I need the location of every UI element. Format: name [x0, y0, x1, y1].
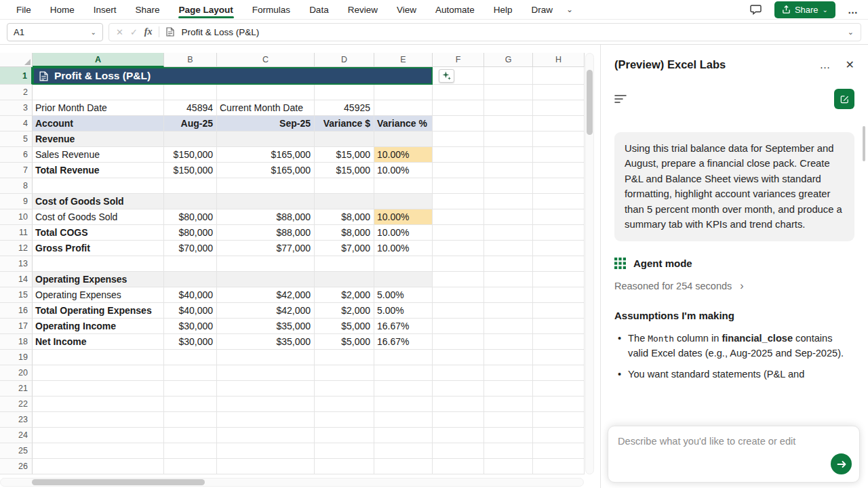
column-header-C[interactable]: C — [217, 53, 315, 67]
cell-G18[interactable] — [484, 334, 533, 350]
cell-E11[interactable]: 10.00% — [374, 225, 433, 241]
row-header-23[interactable]: 23 — [0, 412, 33, 428]
send-button[interactable] — [831, 453, 852, 474]
panel-scrollbar-thumb[interactable] — [863, 126, 865, 161]
cell-D21[interactable] — [315, 381, 374, 396]
menu-tab-formulas[interactable]: Formulas — [243, 0, 300, 19]
cell-E8[interactable] — [374, 178, 433, 194]
cell-H9[interactable] — [533, 194, 585, 209]
column-header-F[interactable]: F — [433, 53, 484, 67]
cell-A17[interactable]: Operating Income — [33, 319, 164, 334]
cell-A7[interactable]: Total Revenue — [33, 163, 164, 178]
cell-C17[interactable]: $35,000 — [217, 319, 315, 334]
cell-E17[interactable]: 16.67% — [374, 319, 433, 334]
cell-G26[interactable] — [484, 459, 533, 474]
cell-E24[interactable] — [374, 428, 433, 443]
ai-suggestion-button[interactable] — [439, 69, 454, 83]
cell-B17[interactable]: $30,000 — [164, 319, 217, 334]
insert-function-icon[interactable]: fx — [144, 26, 153, 37]
cell-A15[interactable]: Operating Expenses — [33, 287, 164, 303]
cell-A12[interactable]: Gross Profit — [33, 241, 164, 256]
menu-tab-automate[interactable]: Automate — [426, 0, 484, 19]
row-header-21[interactable]: 21 — [0, 381, 33, 396]
cell-E14[interactable] — [374, 272, 433, 287]
cell-C19[interactable] — [217, 350, 315, 365]
cell-A23[interactable] — [33, 412, 164, 428]
cell-E26[interactable] — [374, 459, 433, 474]
formula-content[interactable]: Profit & Loss (P&L) — [181, 27, 259, 37]
chat-input-box[interactable] — [608, 426, 860, 483]
cell-F21[interactable] — [433, 381, 484, 396]
cell-E2[interactable] — [374, 85, 433, 100]
cell-C13[interactable] — [217, 256, 315, 272]
cell-E3[interactable] — [374, 100, 433, 116]
cell-D25[interactable] — [315, 443, 374, 459]
cell-G10[interactable] — [484, 209, 533, 225]
cell-H14[interactable] — [533, 272, 585, 287]
row-header-14[interactable]: 14 — [0, 272, 33, 287]
cell-B13[interactable] — [164, 256, 217, 272]
cell-B26[interactable] — [164, 459, 217, 474]
cell-A16[interactable]: Total Operating Expenses — [33, 303, 164, 319]
cell-A5[interactable]: Revenue — [33, 131, 164, 147]
name-box[interactable]: A1 ⌄ — [7, 23, 103, 41]
cell-F7[interactable] — [433, 163, 484, 178]
cell-E22[interactable] — [374, 396, 433, 412]
cell-F22[interactable] — [433, 396, 484, 412]
cell-G25[interactable] — [484, 443, 533, 459]
column-header-H[interactable]: H — [533, 53, 585, 67]
cell-A11[interactable]: Total COGS — [33, 225, 164, 241]
cell-D23[interactable] — [315, 412, 374, 428]
menu-tab-home[interactable]: Home — [41, 0, 84, 19]
cell-G13[interactable] — [484, 256, 533, 272]
cell-G3[interactable] — [484, 100, 533, 116]
cell-F25[interactable] — [433, 443, 484, 459]
cell-D3[interactable]: 45925 — [315, 100, 374, 116]
cell-H19[interactable] — [533, 350, 585, 365]
cell-D18[interactable]: $5,000 — [315, 334, 374, 350]
cell-E20[interactable] — [374, 365, 433, 381]
cell-D7[interactable]: $15,000 — [315, 163, 374, 178]
cell-F19[interactable] — [433, 350, 484, 365]
cell-C21[interactable] — [217, 381, 315, 396]
row-header-12[interactable]: 12 — [0, 241, 33, 256]
cell-F5[interactable] — [433, 131, 484, 147]
chevron-down-icon[interactable]: ⌄ — [91, 28, 96, 36]
cell-H18[interactable] — [533, 334, 585, 350]
row-header-4[interactable]: 4 — [0, 116, 33, 131]
cell-D19[interactable] — [315, 350, 374, 365]
cell-H21[interactable] — [533, 381, 585, 396]
column-header-E[interactable]: E — [374, 53, 433, 67]
row-header-16[interactable]: 16 — [0, 303, 33, 319]
cell-C9[interactable] — [217, 194, 315, 209]
cell-B23[interactable] — [164, 412, 217, 428]
cell-G12[interactable] — [484, 241, 533, 256]
cell-C18[interactable]: $35,000 — [217, 334, 315, 350]
cell-H6[interactable] — [533, 147, 585, 163]
cell-B21[interactable] — [164, 381, 217, 396]
row-header-8[interactable]: 8 — [0, 178, 33, 194]
cell-H11[interactable] — [533, 225, 585, 241]
cell-C14[interactable] — [217, 272, 315, 287]
cell-F2[interactable] — [433, 85, 484, 100]
column-header-B[interactable]: B — [164, 53, 217, 67]
row-header-26[interactable]: 26 — [0, 459, 33, 474]
cell-E13[interactable] — [374, 256, 433, 272]
cell-B3[interactable]: 45894 — [164, 100, 217, 116]
cell-F8[interactable] — [433, 178, 484, 194]
cell-F17[interactable] — [433, 319, 484, 334]
cell-B18[interactable]: $30,000 — [164, 334, 217, 350]
cell-G17[interactable] — [484, 319, 533, 334]
cell-H15[interactable] — [533, 287, 585, 303]
cell-B20[interactable] — [164, 365, 217, 381]
cell-G9[interactable] — [484, 194, 533, 209]
cell-G11[interactable] — [484, 225, 533, 241]
menu-tab-draw[interactable]: Draw — [522, 0, 563, 19]
column-header-A[interactable]: A — [33, 53, 164, 67]
menu-overflow-chevron-icon[interactable]: ⌄ — [562, 5, 577, 14]
cell-F26[interactable] — [433, 459, 484, 474]
select-all-button[interactable] — [0, 53, 33, 67]
column-header-D[interactable]: D — [315, 53, 374, 67]
panel-close-button[interactable]: ✕ — [846, 58, 854, 71]
horizontal-scrollbar[interactable] — [0, 478, 584, 487]
